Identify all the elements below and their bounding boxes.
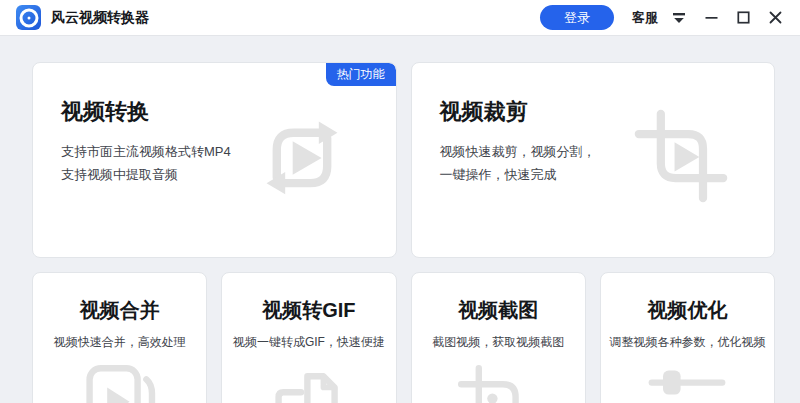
merge-stack-play-icon <box>72 357 168 403</box>
card-video-convert[interactable]: 热门功能 视频转换 支持市面主流视频格式转MP4 支持视频中提取音频 <box>32 62 397 258</box>
card-video-to-gif[interactable]: 视频转GIF 视频一键转成GIF，快速便捷 <box>221 272 396 403</box>
card-description: 视频一键转成GIF，快速便捷 <box>222 334 395 351</box>
card-video-screenshot[interactable]: 视频截图 截图视频，获取视频截图 <box>411 272 586 403</box>
close-icon[interactable] <box>764 7 786 29</box>
support-link[interactable]: 客服 <box>632 9 658 27</box>
card-description-line: 一键操作，快速完成 <box>440 163 775 186</box>
card-title: 视频转换 <box>61 97 396 127</box>
app-window: 风云视频转换器 登录 客服 <box>0 0 800 403</box>
card-title: 视频优化 <box>601 297 774 324</box>
card-video-crop[interactable]: 视频裁剪 视频快速裁剪，视频分割， 一键操作，快速完成 <box>411 62 776 258</box>
tools-row: 视频合并 视频快速合并，高效处理 视频转GIF 视频一键转成GIF，快速便捷 <box>32 272 775 403</box>
card-description: 调整视频各种参数，优化视频 <box>601 334 774 351</box>
card-description: 视频快速合并，高效处理 <box>33 334 206 351</box>
card-video-merge[interactable]: 视频合并 视频快速合并，高效处理 <box>32 272 207 403</box>
maximize-icon[interactable] <box>732 7 754 29</box>
app-logo-icon <box>16 5 41 30</box>
card-video-optimize[interactable]: 视频优化 调整视频各种参数，优化视频 <box>600 272 775 403</box>
login-button[interactable]: 登录 <box>540 5 614 30</box>
gif-document-icon <box>261 357 357 403</box>
card-description-line: 支持视频中提取音频 <box>61 163 396 186</box>
app-title: 风云视频转换器 <box>51 9 149 27</box>
card-title: 视频合并 <box>33 297 206 324</box>
card-title: 视频截图 <box>412 297 585 324</box>
optimize-sliders-icon <box>639 357 735 403</box>
card-description: 截图视频，获取视频截图 <box>412 334 585 351</box>
titlebar-actions: 登录 客服 <box>540 5 786 30</box>
titlebar: 风云视频转换器 登录 客服 <box>0 0 800 36</box>
menu-icon[interactable] <box>668 7 690 29</box>
featured-row: 热门功能 视频转换 支持市面主流视频格式转MP4 支持视频中提取音频 视频裁剪 <box>32 62 775 258</box>
main-content: 热门功能 视频转换 支持市面主流视频格式转MP4 支持视频中提取音频 视频裁剪 <box>0 36 800 403</box>
card-title: 视频裁剪 <box>440 97 775 127</box>
card-title: 视频转GIF <box>222 297 395 324</box>
screenshot-crop-photo-icon <box>450 357 546 403</box>
minimize-icon[interactable] <box>700 7 722 29</box>
card-description-line: 支持市面主流视频格式转MP4 <box>61 140 396 163</box>
hot-feature-badge: 热门功能 <box>326 63 396 86</box>
card-description-line: 视频快速裁剪，视频分割， <box>440 140 775 163</box>
